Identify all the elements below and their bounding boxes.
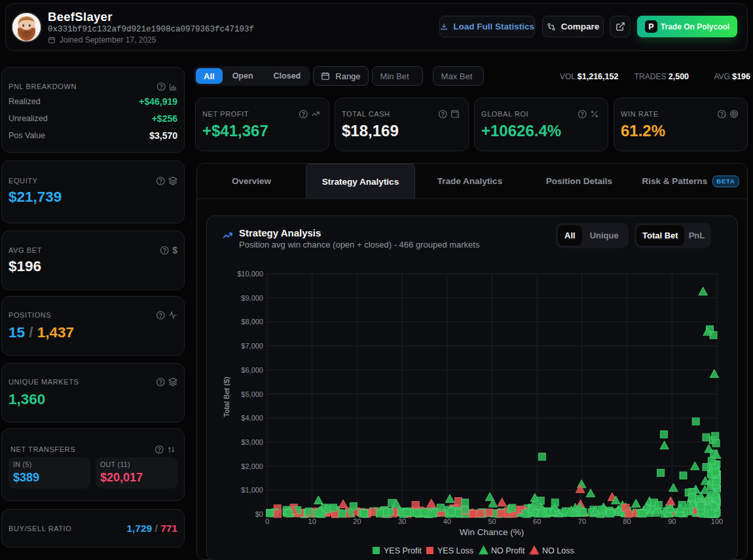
svg-text:Total Bet ($): Total Bet ($) [223, 377, 230, 417]
svg-text:NO Loss: NO Loss [542, 546, 574, 555]
svg-text:40: 40 [443, 517, 451, 525]
svg-text:70: 70 [578, 517, 586, 525]
svg-text:60: 60 [533, 517, 541, 525]
svg-text:YES Loss: YES Loss [437, 546, 473, 555]
svg-text:$8,000: $8,000 [241, 318, 263, 326]
svg-text:$3,000: $3,000 [241, 438, 263, 446]
svg-text:Win Chance (%): Win Chance (%) [460, 527, 524, 537]
svg-text:YES Profit: YES Profit [384, 546, 422, 555]
svg-text:$4,000: $4,000 [241, 414, 263, 422]
svg-text:50: 50 [488, 517, 496, 525]
svg-text:80: 80 [623, 517, 631, 525]
svg-text:$6,000: $6,000 [241, 366, 263, 374]
svg-text:$9,000: $9,000 [241, 294, 263, 302]
svg-text:100: 100 [711, 517, 723, 525]
svg-text:20: 20 [353, 517, 361, 525]
svg-text:NO Profit: NO Profit [491, 546, 525, 555]
svg-text:30: 30 [398, 517, 406, 525]
svg-text:90: 90 [668, 517, 676, 525]
svg-text:$7,000: $7,000 [241, 342, 263, 350]
svg-text:10: 10 [308, 517, 316, 525]
svg-text:0: 0 [265, 517, 269, 525]
svg-text:$10,000: $10,000 [237, 270, 263, 278]
svg-text:$1,000: $1,000 [241, 486, 263, 494]
svg-text:$0: $0 [255, 510, 263, 518]
svg-text:$5,000: $5,000 [241, 390, 263, 398]
svg-text:$2,000: $2,000 [241, 462, 263, 470]
